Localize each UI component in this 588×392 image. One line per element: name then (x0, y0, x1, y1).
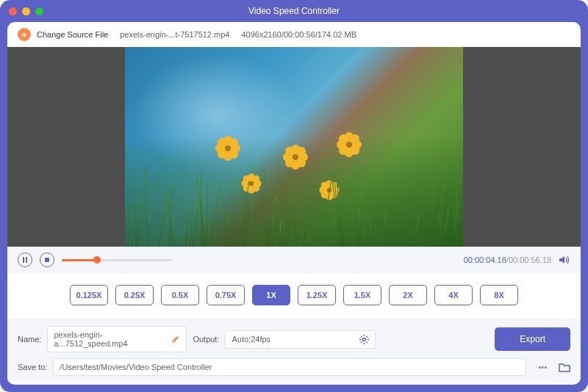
speed-button-0.75x[interactable]: 0.75X (207, 285, 245, 305)
saveto-more-icon[interactable]: ••• (532, 363, 553, 371)
speed-button-1.5x[interactable]: 1.5X (343, 285, 381, 305)
output-panel: Name: pexels-engin-a...7512_speed.mp4 Ou… (7, 319, 581, 383)
change-source-button[interactable]: + Change Source File (18, 28, 108, 41)
speed-button-1.25x[interactable]: 1.25X (298, 285, 336, 305)
speed-options: 0.125X0.25X0.5X0.75X1X1.25X1.5X2X4X8X (7, 273, 581, 319)
name-label: Name: (18, 335, 41, 344)
source-filename: pexels-engin-...t-7517512.mp4 (120, 30, 229, 39)
time-current: 00:00:04.18 (464, 255, 506, 264)
speed-button-0.25x[interactable]: 0.25X (115, 285, 154, 305)
edit-name-icon[interactable] (171, 335, 180, 344)
content-area: + Change Source File pexels-engin-...t-7… (7, 22, 581, 385)
plus-icon: + (18, 28, 31, 41)
playback-bar: 00:00:04.18/00:00:56.18 (7, 247, 581, 273)
stop-button[interactable] (40, 253, 54, 267)
saveto-value: /Users/test/Movies/Video Speed Controlle… (60, 363, 212, 371)
saveto-field[interactable]: /Users/test/Movies/Video Speed Controlle… (53, 358, 526, 376)
output-settings-icon[interactable] (359, 335, 369, 344)
output-label: Output: (193, 335, 219, 344)
source-bar: + Change Source File pexels-engin-...t-7… (7, 22, 581, 47)
video-preview-area (7, 47, 581, 247)
progress-slider[interactable] (62, 259, 172, 261)
volume-icon[interactable] (559, 255, 570, 265)
time-total: /00:00:56.18 (506, 255, 551, 264)
video-preview[interactable] (125, 47, 463, 247)
time-display: 00:00:04.18/00:00:56.18 (464, 255, 551, 264)
svg-point-3 (363, 338, 366, 341)
svg-rect-2 (45, 258, 49, 262)
app-window: Video Speed Controller + Change Source F… (0, 0, 588, 392)
speed-button-8x[interactable]: 8X (480, 285, 518, 305)
svg-rect-1 (26, 257, 27, 263)
slider-thumb[interactable] (93, 256, 101, 264)
open-folder-icon[interactable] (559, 363, 570, 372)
output-value: Auto;24fps (232, 335, 270, 344)
change-source-label: Change Source File (37, 30, 108, 39)
speed-button-1x[interactable]: 1X (252, 285, 290, 305)
output-field[interactable]: Auto;24fps (225, 330, 376, 349)
export-button[interactable]: Export (495, 327, 570, 351)
svg-rect-0 (23, 257, 24, 263)
name-field[interactable]: pexels-engin-a...7512_speed.mp4 (47, 326, 187, 352)
pause-button[interactable] (18, 253, 32, 267)
window-title: Video Speed Controller (0, 6, 588, 16)
source-metadata: 4096x2160/00:00:56/174.02 MB (241, 30, 356, 39)
titlebar: Video Speed Controller (0, 0, 588, 22)
speed-button-0.5x[interactable]: 0.5X (161, 285, 199, 305)
speed-button-0.125x[interactable]: 0.125X (70, 285, 108, 305)
speed-button-4x[interactable]: 4X (434, 285, 473, 305)
speed-button-2x[interactable]: 2X (389, 285, 427, 305)
saveto-label: Save to: (18, 363, 47, 371)
name-value: pexels-engin-a...7512_speed.mp4 (54, 330, 171, 348)
